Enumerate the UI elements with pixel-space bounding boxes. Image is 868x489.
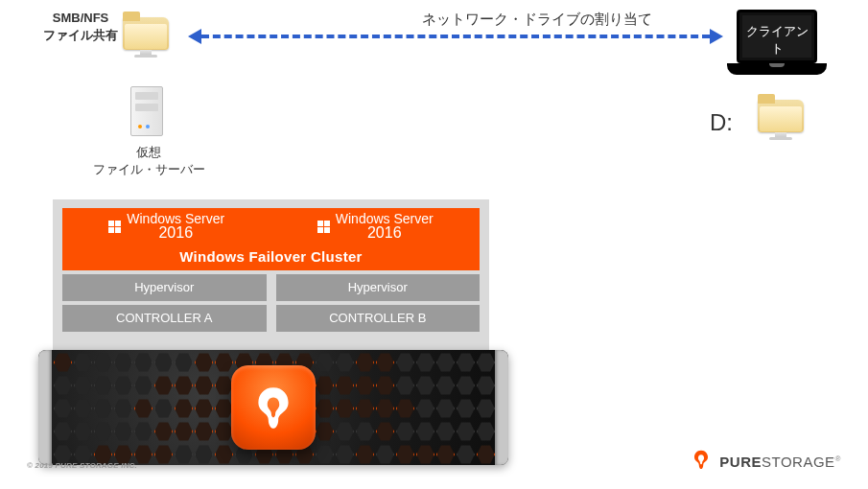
ctrl-right: CONTROLLER B [276, 305, 481, 332]
smb-label: SMB/NFS ファイル共有 [23, 10, 138, 43]
flasharray-appliance [38, 350, 508, 465]
pure-logo-icon [691, 449, 712, 474]
ws-left: Windows Server 2016 [62, 208, 271, 244]
client-label: クライアント [740, 23, 813, 57]
network-drive-label: ネットワーク・ドライブの割り当て [369, 10, 705, 29]
brand-pure: PURE [719, 454, 762, 470]
brand-storage: STORAGE [762, 454, 835, 470]
arrow-right-icon [710, 29, 723, 44]
virtual-server-label: 仮想 ファイル・サーバー [77, 144, 221, 177]
controller-row: CONTROLLER A CONTROLLER B [62, 305, 480, 332]
cluster-orange: Windows Server 2016 Windows Server 2016 … [62, 208, 480, 270]
smb-folder-icon [123, 13, 169, 56]
ws-right-text: Windows Server [336, 212, 434, 225]
drive-letter: D: [710, 107, 733, 138]
cluster-block: Windows Server 2016 Windows Server 2016 … [53, 199, 489, 353]
purestorage-brand: PURESTORAGE® [691, 449, 841, 474]
windows-logo-icon [108, 221, 121, 233]
windows-logo-icon [317, 221, 330, 233]
smb-block: SMB/NFS ファイル共有 [23, 10, 138, 43]
arrow-left-icon [188, 29, 201, 44]
hyp-right: Hypervisor [276, 274, 481, 301]
ws-left-text: Windows Server [127, 212, 224, 225]
dashed-connector [201, 35, 710, 38]
windows-server-row: Windows Server 2016 Windows Server 2016 [62, 208, 480, 244]
ws-right: Windows Server 2016 [271, 208, 481, 244]
hypervisor-row: Hypervisor Hypervisor [62, 274, 480, 301]
pure-logo-badge-icon [231, 365, 316, 450]
d-drive-folder-icon [758, 96, 804, 138]
ws-right-year: 2016 [336, 225, 434, 241]
server-icon [130, 86, 163, 136]
brand-text: PURESTORAGE® [719, 454, 841, 470]
hyp-left: Hypervisor [62, 274, 267, 301]
cluster-title: Windows Failover Cluster [62, 244, 480, 270]
ctrl-left: CONTROLLER A [62, 305, 267, 332]
ws-left-year: 2016 [127, 225, 224, 241]
copyright: © 2019 PURE STORAGE INC. [27, 461, 137, 470]
